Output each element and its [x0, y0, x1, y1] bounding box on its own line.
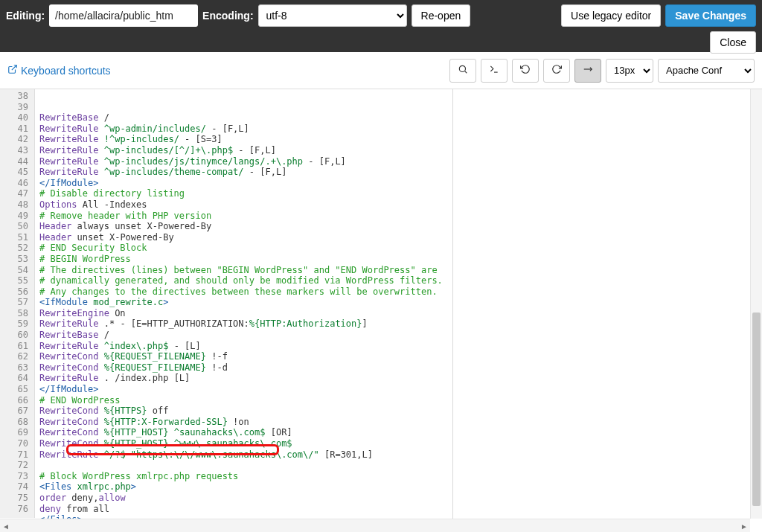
reopen-button[interactable]: Re-open	[412, 4, 471, 27]
code-line[interactable]: </IfModule>	[39, 384, 762, 395]
scroll-left-icon[interactable]: ◄	[0, 519, 12, 532]
redo-button[interactable]	[543, 59, 570, 83]
code-line[interactable]: RewriteRule . /index.php [L]	[39, 373, 762, 384]
code-line[interactable]: RewriteRule ^index\.php$ - [L]	[39, 341, 762, 352]
keyboard-shortcuts-link[interactable]: Keyboard shortcuts	[7, 64, 111, 77]
code-line[interactable]: RewriteBase /	[39, 330, 762, 341]
code-line[interactable]: RewriteCond %{HTTP_HOST} ^saunahacks\.co…	[39, 427, 762, 438]
code-area[interactable]: RewriteBase /RewriteRule ^wp-admin/inclu…	[35, 89, 762, 518]
code-line[interactable]: # The directives (lines) between "BEGIN …	[39, 265, 762, 276]
editing-label: Editing:	[6, 10, 45, 22]
terminal-button[interactable]	[481, 59, 508, 83]
terminal-icon	[489, 64, 499, 77]
code-line[interactable]: # BEGIN WordPress	[39, 254, 762, 265]
undo-icon	[520, 64, 531, 77]
code-line[interactable]: # dynamically generated, and should only…	[39, 275, 762, 286]
code-line[interactable]: RewriteRule ^wp-admin/includes/ - [F,L]	[39, 124, 762, 135]
language-select[interactable]: Apache Conf	[658, 59, 755, 83]
legacy-button[interactable]: Use legacy editor	[561, 4, 661, 27]
topbar: Editing: Encoding: utf-8 Re-open Use leg…	[0, 0, 762, 52]
redo-icon	[551, 64, 562, 77]
wrap-button[interactable]	[574, 59, 601, 83]
code-line[interactable]: Header always unset X-Powered-By	[39, 221, 762, 232]
code-line[interactable]: </IfModule>	[39, 178, 762, 189]
scroll-right-icon[interactable]: ►	[738, 519, 750, 532]
code-line[interactable]: # Block WordPress xmlrpc.php requests	[39, 471, 762, 482]
code-line[interactable]: RewriteEngine On	[39, 308, 762, 319]
horizontal-scrollbar[interactable]: ◄►	[0, 519, 750, 532]
search-icon	[458, 64, 468, 77]
code-line[interactable]: RewriteRule ^wp-includes/theme-compat/ -…	[39, 167, 762, 178]
code-line[interactable]: order deny,allow	[39, 493, 762, 504]
code-line[interactable]: deny from all	[39, 504, 762, 515]
path-input[interactable]	[49, 4, 198, 27]
code-line[interactable]	[39, 460, 762, 471]
svg-line-2	[465, 71, 467, 74]
gutter: 3839404142434445464748495051525354555657…	[0, 89, 35, 518]
code-line[interactable]: # Remove header with PHP version	[39, 211, 762, 222]
code-line[interactable]: RewriteCond %{HTTP:X-Forwarded-SSL} !on	[39, 417, 762, 428]
code-line[interactable]: RewriteRule ^/?$ "https\:\/\/www\.saunah…	[39, 449, 762, 461]
encoding-select[interactable]: utf-8	[258, 4, 407, 27]
close-button[interactable]: Close	[710, 31, 756, 54]
code-line[interactable]: RewriteCond %{HTTP_HOST} ^www\.saunahack…	[39, 438, 762, 449]
code-line[interactable]: <Files xmlrpc.php>	[39, 481, 762, 493]
editor[interactable]: 3839404142434445464748495051525354555657…	[0, 89, 762, 518]
external-link-icon	[7, 64, 18, 77]
code-line[interactable]: RewriteRule ^wp-includes/[^/]+\.php$ - […	[39, 145, 762, 156]
code-line[interactable]: RewriteCond %{REQUEST_FILENAME} !-f	[39, 351, 762, 362]
code-line[interactable]: RewriteCond %{HTTPS} off	[39, 406, 762, 417]
code-line[interactable]: Header unset X-Powered-By	[39, 232, 762, 243]
svg-point-1	[459, 65, 465, 71]
save-button[interactable]: Save Changes	[665, 4, 756, 27]
scrollbar-thumb[interactable]	[752, 313, 761, 506]
code-line[interactable]: RewriteBase /	[39, 112, 762, 124]
toolbar: Keyboard shortcuts 13px Apache Conf	[0, 52, 762, 89]
code-line[interactable]: RewriteRule ^wp-includes/js/tinymce/lang…	[39, 156, 762, 167]
fontsize-select[interactable]: 13px	[606, 59, 653, 83]
code-line[interactable]: # Any changes to the directives between …	[39, 286, 762, 298]
wrap-icon	[583, 64, 593, 77]
code-line[interactable]: # END Security Block	[39, 243, 762, 254]
code-line[interactable]: # END WordPress	[39, 395, 762, 406]
search-button[interactable]	[449, 59, 476, 83]
code-line[interactable]: <IfModule mod_rewrite.c>	[39, 297, 762, 308]
svg-line-0	[12, 65, 16, 70]
encoding-label: Encoding:	[202, 10, 253, 22]
vertical-scrollbar[interactable]	[750, 89, 762, 519]
code-line[interactable]: RewriteCond %{REQUEST_FILENAME} !-d	[39, 362, 762, 374]
code-line[interactable]: RewriteRule .* - [E=HTTP_AUTHORIZATION:%…	[39, 318, 762, 330]
keyboard-shortcuts-label: Keyboard shortcuts	[21, 65, 111, 77]
editor-ruler	[452, 89, 453, 519]
code-line[interactable]: Options All -Indexes	[39, 199, 762, 211]
code-line[interactable]: RewriteRule !^wp-includes/ - [S=3]	[39, 134, 762, 145]
undo-button[interactable]	[512, 59, 539, 83]
code-line[interactable]: # Disable directory listing	[39, 188, 762, 199]
